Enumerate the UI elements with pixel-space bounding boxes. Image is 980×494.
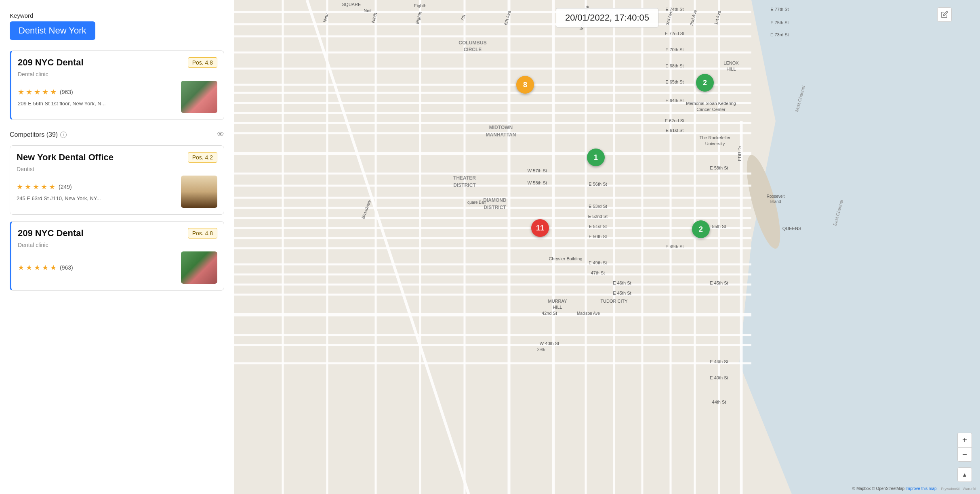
svg-text:44th St: 44th St <box>712 400 726 404</box>
eye-icon[interactable]: 👁 <box>217 130 224 139</box>
svg-text:DIAMOND: DIAMOND <box>483 197 507 203</box>
compass-button[interactable]: ▲ <box>957 467 972 482</box>
svg-text:Roosevelt: Roosevelt <box>767 194 785 199</box>
c1-star-3: ★ <box>33 182 39 191</box>
svg-text:CIRCLE: CIRCLE <box>464 47 482 52</box>
svg-text:MANHATTAN: MANHATTAN <box>486 132 516 138</box>
left-panel: Keyword Dentist New York 209 NYC Dental … <box>0 0 234 494</box>
svg-text:MURRAY: MURRAY <box>548 299 568 304</box>
svg-text:University: University <box>705 141 725 146</box>
privacy-notice: Prywatność · Warunki <box>941 487 976 491</box>
competitor-2-image-content <box>181 251 217 284</box>
svg-text:Island: Island <box>770 199 781 204</box>
svg-text:Nint: Nint <box>364 8 372 13</box>
map-pin-2-top[interactable]: 2 <box>696 74 714 92</box>
svg-text:Memorial Sloan Kettering: Memorial Sloan Kettering <box>686 101 736 106</box>
svg-text:E 75th St: E 75th St <box>770 20 789 25</box>
zoom-in-button[interactable]: + <box>957 433 972 447</box>
competitor-1-image-content <box>181 176 217 208</box>
competitor-2-header: 209 NYC Dental Pos. 4.8 <box>18 228 217 239</box>
svg-text:E 45th St: E 45th St <box>710 280 728 285</box>
map-timestamp: 20/01/2022, 17:40:05 <box>556 8 658 27</box>
main-listing-image <box>181 81 217 113</box>
map-pin-11[interactable]: 11 <box>531 219 549 237</box>
svg-text:Eighth: Eighth <box>414 3 426 8</box>
map-attribution: © Mapbox © OpenStreetMap Improve this ma… <box>852 486 976 491</box>
svg-text:E 58th St: E 58th St <box>710 165 728 170</box>
svg-text:DISTRICT: DISTRICT <box>484 205 506 210</box>
map-container[interactable]: E 74th St E 72nd St E 70th St E 68th St … <box>234 0 980 494</box>
svg-text:E 64th St: E 64th St <box>665 98 683 103</box>
map-controls: + − <box>957 433 972 462</box>
svg-text:39th: 39th <box>537 347 545 352</box>
pin-11-label: 11 <box>536 224 544 232</box>
svg-text:W 40th St: W 40th St <box>540 341 559 346</box>
svg-text:Cancer Center: Cancer Center <box>696 107 726 112</box>
competitor-2-body: ★ ★ ★ ★ ★ (963) <box>18 251 217 284</box>
svg-text:QUEENS: QUEENS <box>782 226 801 231</box>
competitor-2-review-count: (963) <box>60 264 73 271</box>
svg-text:E 61st St: E 61st St <box>666 128 684 133</box>
star-2: ★ <box>26 88 32 96</box>
pin-8-label: 8 <box>523 81 527 89</box>
competitor-2-name: 209 NYC Dental <box>18 228 84 239</box>
star-5: ★ <box>50 88 57 96</box>
star-1: ★ <box>18 88 24 96</box>
main-listing-card: 209 NYC Dental Pos. 4.8 Dental clinic ★ … <box>10 50 224 120</box>
svg-text:E 52nd St: E 52nd St <box>588 214 608 219</box>
svg-text:E 77th St: E 77th St <box>770 7 789 12</box>
svg-text:47th St: 47th St <box>591 270 605 275</box>
svg-text:E 40th St: E 40th St <box>710 375 728 380</box>
improve-map-link[interactable]: Improve this map <box>906 486 937 491</box>
c2-star-2: ★ <box>26 263 32 272</box>
main-card-header: 209 NYC Dental Pos. 4.8 <box>18 57 217 68</box>
map-pin-2-bottom[interactable]: 2 <box>692 220 710 238</box>
svg-text:E 46th St: E 46th St <box>613 280 631 285</box>
zoom-out-button[interactable]: − <box>957 447 972 462</box>
competitor-2-stars: ★ ★ ★ ★ ★ (963) <box>18 263 176 272</box>
main-card-info: ★ ★ ★ ★ ★ (963) 209 E 56th St 1st floor,… <box>18 88 176 107</box>
competitor-2-image <box>181 251 217 284</box>
map-pin-1[interactable]: 1 <box>587 149 605 166</box>
competitor-2-info: ★ ★ ★ ★ ★ (963) <box>18 263 176 272</box>
c2-star-3: ★ <box>34 263 40 272</box>
svg-text:E 49th St: E 49th St <box>589 260 607 265</box>
c1-star-4: ★ <box>41 182 47 191</box>
competitors-header: Competitors (39) i 👁 <box>10 130 224 139</box>
svg-text:HILL: HILL <box>553 305 562 310</box>
svg-text:E 49th St: E 49th St <box>665 244 683 249</box>
competitor-1-position: Pos. 4.2 <box>188 152 217 163</box>
star-4: ★ <box>42 88 48 96</box>
competitor-2-type: Dental clinic <box>18 242 217 248</box>
svg-text:E 68th St: E 68th St <box>665 63 683 68</box>
compass-icon: ▲ <box>962 471 967 478</box>
competitor-2-position: Pos. 4.8 <box>188 228 217 239</box>
svg-text:LENOX: LENOX <box>723 61 739 65</box>
info-icon[interactable]: i <box>60 132 67 138</box>
svg-text:E 51st St: E 51st St <box>589 224 607 229</box>
svg-text:TUDOR CITY: TUDOR CITY <box>600 299 628 304</box>
main-card-body: ★ ★ ★ ★ ★ (963) 209 E 56th St 1st floor,… <box>18 81 217 113</box>
svg-text:THEATER: THEATER <box>453 175 476 181</box>
keyword-section: Keyword Dentist New York <box>10 12 224 44</box>
map-edit-button[interactable] <box>937 7 952 22</box>
svg-text:COLUMBUS: COLUMBUS <box>458 40 486 46</box>
main-listing-address: 209 E 56th St 1st floor, New York, N... <box>18 100 176 107</box>
svg-text:W 58th St: W 58th St <box>528 180 547 185</box>
map-pin-8[interactable]: 8 <box>516 76 534 94</box>
main-listing-review-count: (963) <box>60 89 73 95</box>
map-streets: E 74th St E 72nd St E 70th St E 68th St … <box>234 0 980 494</box>
main-listing-name: 209 NYC Dental <box>18 57 84 68</box>
svg-text:SQUARE: SQUARE <box>342 2 361 7</box>
svg-text:DISTRICT: DISTRICT <box>453 182 476 188</box>
svg-text:E 44th St: E 44th St <box>710 359 728 364</box>
pin-2-top-label: 2 <box>703 79 707 87</box>
svg-text:55th St: 55th St <box>712 224 726 229</box>
competitors-title: Competitors (39) i <box>10 131 67 138</box>
keyword-value[interactable]: Dentist New York <box>10 21 95 40</box>
competitors-label: Competitors (39) <box>10 131 58 138</box>
svg-text:Madison Ave: Madison Ave <box>577 311 600 316</box>
svg-text:E 65th St: E 65th St <box>665 80 683 84</box>
main-listing-position: Pos. 4.8 <box>188 57 217 68</box>
svg-text:E 56th St: E 56th St <box>589 182 607 186</box>
